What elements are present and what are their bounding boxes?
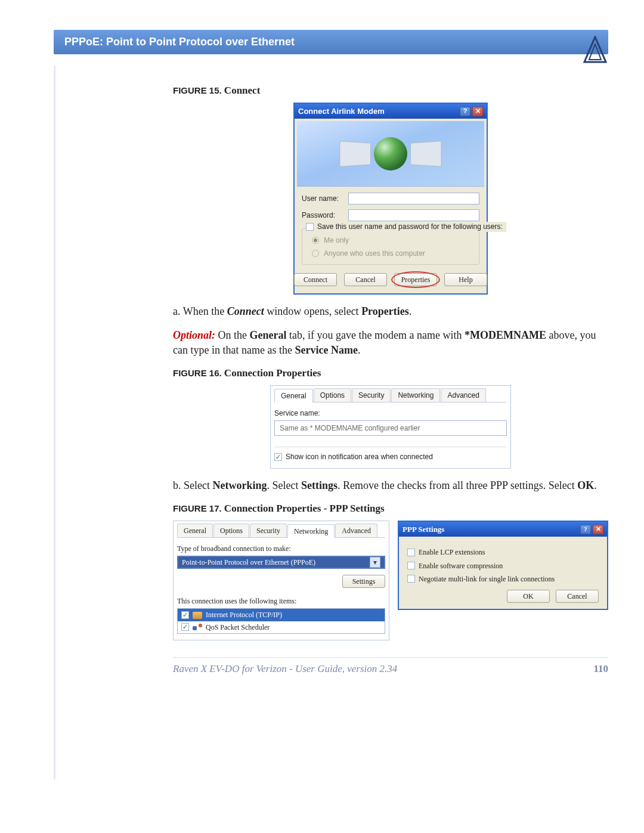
connect-button[interactable]: Connect (294, 273, 337, 286)
list-item[interactable]: ✓ Internet Protocol (TCP/IP) (178, 609, 385, 621)
chevron-down-icon: ▾ (370, 557, 380, 568)
cancel-button[interactable]: Cancel (344, 273, 387, 286)
properties-button[interactable]: Properties (394, 273, 437, 286)
tab-options[interactable]: Options (213, 524, 249, 537)
broadband-type-label: Type of broadband connection to make: (177, 544, 385, 553)
tab-security[interactable]: Security (352, 388, 391, 402)
ppp-settings-titlebar: PPP Settings ? ✕ (399, 522, 607, 537)
title-close-button[interactable]: ✕ (472, 107, 483, 116)
item-checkbox[interactable]: ✓ (181, 623, 189, 631)
tab-networking[interactable]: Networking (287, 524, 335, 538)
side-accent (54, 66, 55, 779)
connect-dialog: Connect Airlink Modem ? ✕ User name: (293, 103, 488, 295)
tab-security[interactable]: Security (250, 524, 287, 537)
me-only-label: Me only (324, 236, 349, 245)
save-credentials-label: Save this user name and password for the… (317, 222, 503, 231)
figure-15: Connect Airlink Modem ? ✕ User name: (173, 103, 608, 295)
title-close-button[interactable]: ✕ (593, 525, 603, 534)
tab-general[interactable]: General (177, 524, 213, 537)
properties-networking-dialog: General Options Security Networking Adva… (173, 521, 389, 640)
software-compression-checkbox[interactable] (407, 562, 415, 569)
tab-advanced[interactable]: Advanced (335, 524, 377, 537)
ok-button[interactable]: OK (507, 590, 550, 603)
me-only-radio[interactable] (312, 237, 319, 244)
multilink-label: Negotiate multi-link for single link con… (419, 574, 555, 584)
figure-17-caption: FIGURE 17. Connection Properties - PPP S… (173, 502, 608, 516)
laptop-icon (339, 141, 371, 167)
ppp-settings-title: PPP Settings (402, 524, 444, 535)
save-credentials-group: Save this user name and password for the… (302, 228, 479, 265)
footer-doc-title: Raven X EV-DO for Verizon - User Guide, … (173, 662, 397, 676)
item-checkbox[interactable]: ✓ (181, 611, 189, 619)
brand-logo (582, 36, 608, 66)
username-label: User name: (302, 194, 343, 203)
settings-button[interactable]: Settings (342, 575, 385, 588)
list-item[interactable]: ✓ QoS Packet Scheduler (178, 621, 385, 633)
page-footer: Raven X EV-DO for Verizon - User Guide, … (173, 662, 608, 676)
connect-dialog-titlebar: Connect Airlink Modem ? ✕ (295, 104, 487, 119)
tab-advanced[interactable]: Advanced (441, 388, 485, 402)
title-help-button[interactable]: ? (580, 525, 591, 534)
save-credentials-checkbox[interactable] (306, 223, 314, 231)
lcp-extensions-checkbox[interactable] (407, 549, 415, 556)
cancel-button[interactable]: Cancel (556, 590, 599, 603)
figure-16-caption: FIGURE 16. Connection Properties (173, 367, 608, 380)
connection-items-label: This connection uses the following items… (177, 596, 385, 606)
figure-17: General Options Security Networking Adva… (173, 521, 608, 640)
connect-dialog-title: Connect Airlink Modem (298, 106, 385, 117)
software-compression-label: Enable software compression (419, 561, 503, 571)
show-icon-label: Show icon in notification area when conn… (286, 452, 433, 462)
laptop-icon (410, 141, 442, 167)
step-a-text: a. When the Connect window opens, select… (173, 304, 608, 318)
header-title: PPPoE: Point to Point Protocol over Ethe… (64, 36, 295, 48)
step-b-text: b. Select Networking. Select Settings. R… (173, 478, 608, 493)
show-icon-checkbox[interactable]: ✓ (274, 453, 282, 461)
page-content: FIGURE 15. Connect Connect Airlink Modem… (173, 57, 608, 676)
lcp-extensions-label: Enable LCP extensions (419, 547, 485, 557)
broadband-type-dropdown[interactable]: Point-to-Point Protocol over Ethernet (P… (177, 556, 385, 569)
help-button[interactable]: Help (444, 273, 487, 286)
multilink-checkbox[interactable] (407, 575, 415, 583)
service-name-label: Service name: (274, 408, 507, 418)
protocol-icon (193, 612, 202, 619)
anyone-label: Anyone who uses this computer (324, 249, 425, 258)
footer-divider (173, 657, 608, 658)
properties-general-dialog: General Options Security Networking Adva… (270, 385, 511, 469)
service-name-input[interactable]: Same as * MODEMNAME configured earlier (274, 420, 507, 436)
tab-options[interactable]: Options (314, 388, 351, 402)
connection-artwork (297, 121, 484, 187)
anyone-radio[interactable] (312, 250, 319, 257)
page-header: PPPoE: Point to Point Protocol over Ethe… (54, 30, 608, 54)
tab-general[interactable]: General (274, 389, 313, 402)
page-root: PPPoE: Point to Point Protocol over Ethe… (0, 0, 644, 833)
globe-icon (374, 137, 407, 171)
qos-icon (193, 624, 202, 631)
password-input[interactable] (348, 209, 479, 221)
ppp-settings-dialog: PPP Settings ? ✕ Enable LCP extensions E… (398, 521, 608, 610)
password-label: Password: (302, 210, 343, 220)
figure-15-caption: FIGURE 15. Connect (173, 84, 608, 98)
optional-text: Optional: On the General tab, if you gav… (173, 328, 608, 357)
tab-networking[interactable]: Networking (391, 388, 440, 402)
connection-items-list: ✓ Internet Protocol (TCP/IP) ✓ QoS Packe… (177, 608, 385, 633)
figure-16: General Options Security Networking Adva… (173, 385, 608, 469)
title-help-button[interactable]: ? (460, 107, 470, 116)
username-input[interactable] (348, 193, 479, 205)
page-number: 110 (593, 662, 608, 676)
